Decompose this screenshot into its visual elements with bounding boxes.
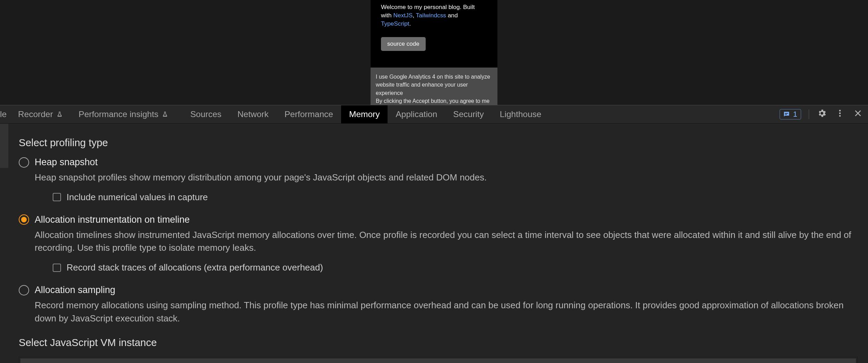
- kebab-icon: [835, 109, 844, 120]
- tab-lighthouse-label: Lighthouse: [500, 109, 541, 119]
- option-header: Heap snapshot: [19, 157, 858, 168]
- tab-sources[interactable]: Sources: [182, 105, 229, 123]
- close-icon: [853, 109, 862, 120]
- profiling-type-heading: Select profiling type: [19, 137, 858, 149]
- tab-recorder[interactable]: Recorder: [10, 105, 71, 123]
- option-description: Allocation timelines show instrumented J…: [35, 229, 858, 255]
- left-gutter: [0, 124, 8, 363]
- gutter-segment: [0, 168, 8, 363]
- option-description: Heap snapshot profiles show memory distr…: [35, 171, 858, 184]
- tab-performance-label: Performance: [285, 109, 333, 119]
- issues-badge[interactable]: 1: [780, 109, 801, 119]
- checkbox-icon: [53, 264, 61, 272]
- option-header: Allocation instrumentation on timeline: [19, 214, 858, 225]
- checkbox-record-stack-traces[interactable]: Record stack traces of allocations (extr…: [53, 262, 858, 273]
- and-sep: and: [446, 12, 458, 19]
- tab-truncated[interactable]: le: [0, 105, 10, 123]
- option-title: Heap snapshot: [35, 157, 98, 168]
- consent-banner: I use Google Analytics 4 on this site to…: [371, 68, 497, 105]
- svg-point-4: [839, 115, 841, 117]
- period: .: [409, 20, 411, 27]
- close-devtools-button[interactable]: [853, 109, 863, 119]
- tab-security[interactable]: Security: [445, 105, 492, 123]
- memory-panel: Select profiling type Heap snapshot Heap…: [8, 124, 868, 363]
- more-button[interactable]: [835, 109, 845, 119]
- radio-allocation-timeline[interactable]: [19, 214, 29, 225]
- tab-lighthouse[interactable]: Lighthouse: [492, 105, 549, 123]
- tab-recorder-label: Recorder: [18, 109, 53, 119]
- option-title: Allocation sampling: [35, 285, 115, 295]
- tab-network[interactable]: Network: [229, 105, 277, 123]
- devtools-body: Select profiling type Heap snapshot Heap…: [0, 124, 868, 363]
- option-heap-snapshot: Heap snapshot Heap snapshot profiles sho…: [19, 157, 858, 203]
- option-allocation-timeline: Allocation instrumentation on timeline A…: [19, 214, 858, 273]
- divider: [809, 109, 809, 119]
- gear-icon: [817, 108, 827, 120]
- tab-truncated-label: le: [0, 109, 7, 119]
- svg-rect-1: [785, 114, 787, 115]
- tabstrip-right: 1: [777, 105, 868, 123]
- flask-icon: [162, 110, 168, 118]
- vm-instance-row[interactable]: 7.7 MB 427 kB/s localhost:3000: [20, 358, 856, 363]
- option-allocation-sampling: Allocation sampling Record memory alloca…: [19, 285, 858, 325]
- devtools-tabstrip: le Recorder Performance insights Sources…: [0, 105, 868, 124]
- option-title: Allocation instrumentation on timeline: [35, 214, 190, 225]
- link-tailwind[interactable]: Tailwindcss: [416, 12, 446, 19]
- checkbox-include-numerical[interactable]: Include numerical values in capture: [53, 192, 858, 203]
- consent-line-2: By clicking the Accept button, you agree…: [376, 97, 492, 105]
- page-viewport: Welcome to my personal blog. Built with …: [0, 0, 868, 105]
- checkbox-label: Include numerical values in capture: [67, 192, 208, 203]
- tab-performance[interactable]: Performance: [277, 105, 341, 123]
- source-code-button[interactable]: source code: [381, 37, 426, 51]
- chat-icon: [783, 110, 790, 118]
- vm-instance-list: 7.7 MB 427 kB/s localhost:3000: [19, 357, 858, 363]
- tab-security-label: Security: [453, 109, 484, 119]
- flask-icon: [57, 110, 63, 118]
- tab-sources-label: Sources: [190, 109, 222, 119]
- intro-text: Welcome to my personal blog. Built with …: [381, 3, 487, 28]
- issues-count: 1: [793, 110, 797, 119]
- svg-point-3: [839, 113, 841, 114]
- vm-instance-heading: Select JavaScript VM instance: [19, 337, 858, 348]
- tab-performance-insights-label: Performance insights: [79, 109, 158, 119]
- radio-allocation-sampling[interactable]: [19, 285, 29, 295]
- link-typescript[interactable]: TypeScript: [381, 20, 409, 27]
- checkbox-icon: [53, 193, 61, 201]
- tab-performance-insights[interactable]: Performance insights: [71, 105, 176, 123]
- option-header: Allocation sampling: [19, 285, 858, 295]
- tab-application[interactable]: Application: [388, 105, 445, 123]
- page-content: Welcome to my personal blog. Built with …: [371, 0, 497, 68]
- settings-button[interactable]: [817, 109, 827, 119]
- tab-application-label: Application: [396, 109, 437, 119]
- devtools-tabs: le Recorder Performance insights Sources…: [0, 105, 777, 123]
- link-nextjs[interactable]: NextJS: [393, 12, 413, 19]
- svg-point-2: [839, 110, 841, 112]
- checkbox-label: Record stack traces of allocations (extr…: [67, 262, 323, 273]
- option-description: Record memory allocations using sampling…: [35, 299, 858, 325]
- device-frame: Welcome to my personal blog. Built with …: [371, 0, 497, 105]
- tab-memory-label: Memory: [349, 109, 380, 119]
- comma-sep: ,: [413, 12, 416, 19]
- gutter-segment: [0, 124, 8, 168]
- radio-heap-snapshot[interactable]: [19, 157, 29, 168]
- svg-rect-0: [785, 113, 788, 114]
- tab-memory[interactable]: Memory: [341, 105, 388, 123]
- tab-network-label: Network: [237, 109, 269, 119]
- consent-line-1: I use Google Analytics 4 on this site to…: [376, 73, 492, 97]
